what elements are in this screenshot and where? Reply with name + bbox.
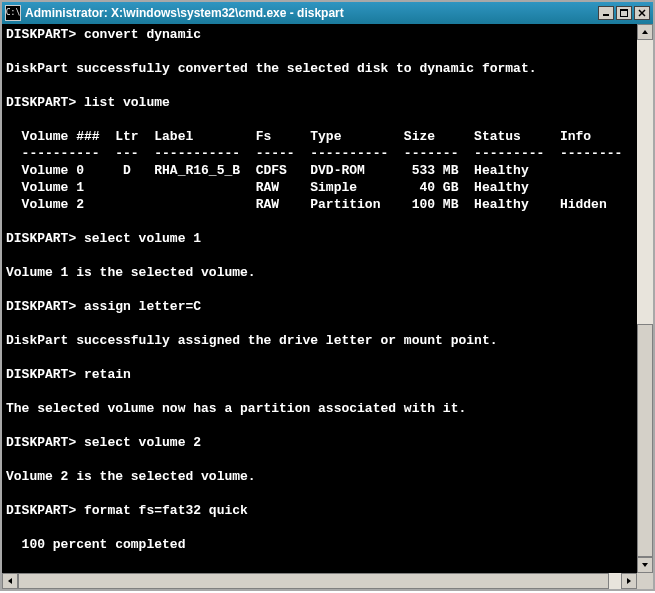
titlebar[interactable]: C:\ Administrator: X:\windows\system32\c… <box>2 2 653 24</box>
svg-marker-7 <box>8 578 12 584</box>
window-controls <box>598 6 650 20</box>
window-title: Administrator: X:\windows\system32\cmd.e… <box>25 6 598 20</box>
scroll-right-button[interactable] <box>621 573 637 589</box>
terminal-output[interactable]: DISKPART> convert dynamic DiskPart succe… <box>2 24 637 573</box>
svg-marker-6 <box>642 563 648 567</box>
svg-marker-8 <box>627 578 631 584</box>
scroll-left-button[interactable] <box>2 573 18 589</box>
scroll-down-button[interactable] <box>637 557 653 573</box>
vertical-scrollbar[interactable] <box>637 24 653 573</box>
minimize-button[interactable] <box>598 6 614 20</box>
app-icon: C:\ <box>5 5 21 21</box>
svg-marker-5 <box>642 30 648 34</box>
scroll-up-button[interactable] <box>637 24 653 40</box>
scroll-thumb-vertical[interactable] <box>637 324 653 557</box>
maximize-button[interactable] <box>616 6 632 20</box>
app-icon-label: C:\ <box>6 9 20 17</box>
client-area: DISKPART> convert dynamic DiskPart succe… <box>2 24 653 589</box>
scrollbar-corner <box>637 573 653 589</box>
close-button[interactable] <box>634 6 650 20</box>
cmd-window: C:\ Administrator: X:\windows\system32\c… <box>0 0 655 591</box>
scroll-track-horizontal[interactable] <box>18 573 621 589</box>
horizontal-scrollbar[interactable] <box>2 573 653 589</box>
scroll-thumb-horizontal[interactable] <box>18 573 609 589</box>
scroll-track-vertical[interactable] <box>637 40 653 557</box>
